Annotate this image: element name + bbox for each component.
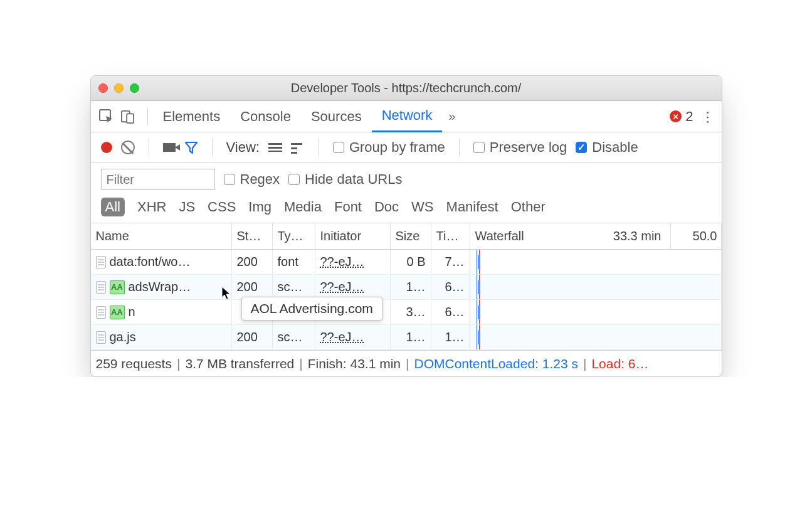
cell-name[interactable]: data:font/wo… <box>91 250 232 274</box>
request-name: n <box>129 305 135 319</box>
header-waterfall-tick-2: 50.0 <box>671 223 722 249</box>
close-window-button[interactable] <box>98 83 108 93</box>
cell-time: 6… <box>431 300 470 324</box>
cell-type: sc… <box>273 325 315 349</box>
tab-console[interactable]: Console <box>230 101 301 132</box>
table-row[interactable]: ga.js200sc…??-eJ…1…1… <box>91 325 722 350</box>
table-body: data:font/wo…200font??-eJ…0 B7…AAadsWrap… <box>91 250 722 350</box>
tab-sources[interactable]: Sources <box>301 101 372 132</box>
header-initiator[interactable]: Initiator <box>315 223 391 249</box>
filter-type-xhr[interactable]: XHR <box>137 199 166 215</box>
disable-cache-option[interactable]: Disable <box>576 139 638 156</box>
header-time[interactable]: Ti… <box>431 223 470 249</box>
file-icon <box>96 256 106 268</box>
preserve-log-option[interactable]: Preserve log <box>473 139 567 156</box>
window-title: Developer Tools - https://techcrunch.com… <box>91 81 722 95</box>
svg-rect-2 <box>127 114 134 123</box>
request-name: data:font/wo… <box>110 255 191 269</box>
cell-name[interactable]: AAn <box>91 300 232 324</box>
regex-option[interactable]: Regex <box>224 171 280 188</box>
tab-network[interactable]: Network <box>372 101 443 132</box>
record-button[interactable] <box>101 142 112 153</box>
request-name: ga.js <box>110 330 136 344</box>
separator <box>212 139 213 156</box>
tracker-badge: AA <box>110 280 125 294</box>
cell-time: 1… <box>431 325 470 349</box>
cell-type: sc… <box>273 275 315 299</box>
separator: | <box>582 356 588 371</box>
capture-screenshots-icon[interactable] <box>163 143 176 152</box>
group-by-frame-label: Group by frame <box>349 139 445 156</box>
group-by-frame-option[interactable]: Group by frame <box>333 139 445 156</box>
table-row[interactable]: AAadsWrap…200sc…??-eJ…1…6… <box>91 275 722 300</box>
hide-data-urls-option[interactable]: Hide data URLs <box>288 171 402 188</box>
errors-indicator[interactable]: 2 <box>670 109 693 125</box>
network-toolbar: View: Group by frame Preserve log Disabl… <box>91 132 722 162</box>
header-size[interactable]: Size <box>391 223 431 249</box>
filter-toggle-icon[interactable] <box>184 141 198 154</box>
minimize-window-button[interactable] <box>114 83 124 93</box>
cell-size: 1… <box>391 275 431 299</box>
file-icon <box>96 306 106 319</box>
filter-type-doc[interactable]: Doc <box>374 199 399 215</box>
cell-size: 0 B <box>391 250 431 274</box>
status-transferred: 3.7 MB transferred <box>185 356 294 371</box>
separator: | <box>298 356 303 371</box>
cell-name[interactable]: ga.js <box>91 325 232 349</box>
cell-name[interactable]: AAadsWrap… <box>91 275 232 299</box>
filter-type-ws[interactable]: WS <box>411 199 433 215</box>
disable-cache-checkbox[interactable] <box>576 142 587 153</box>
cell-type: font <box>273 250 315 274</box>
table-row[interactable]: data:font/wo…200font??-eJ…0 B7… <box>91 250 722 275</box>
cell-initiator: ??-eJ… <box>315 325 391 349</box>
errors-count: 2 <box>685 109 693 125</box>
header-type[interactable]: Ty… <box>273 223 315 249</box>
zoom-window-button[interactable] <box>130 83 139 93</box>
preserve-log-label: Preserve log <box>490 139 567 156</box>
filter-input[interactable] <box>101 169 215 190</box>
header-waterfall[interactable]: Waterfall <box>470 223 577 249</box>
cell-waterfall <box>470 325 722 349</box>
cell-status: 200 <box>232 250 273 274</box>
hide-data-urls-label: Hide data URLs <box>305 171 402 188</box>
filter-type-font[interactable]: Font <box>334 199 362 215</box>
filter-type-all[interactable]: All <box>101 198 125 216</box>
disable-cache-label: Disable <box>592 139 638 156</box>
filter-type-css[interactable]: CSS <box>208 199 236 215</box>
group-by-frame-checkbox[interactable] <box>333 142 344 153</box>
table-header: Name St… Ty… Initiator Size Ti… Waterfal… <box>91 223 722 250</box>
cell-time: 7… <box>431 250 470 274</box>
view-label: View: <box>226 139 260 156</box>
cell-waterfall <box>470 275 722 299</box>
separator <box>459 139 460 156</box>
filter-type-media[interactable]: Media <box>284 199 322 215</box>
more-tabs-icon[interactable]: » <box>442 109 461 124</box>
preserve-log-checkbox[interactable] <box>473 142 485 153</box>
header-status[interactable]: St… <box>232 223 273 249</box>
device-toolbar-icon[interactable] <box>121 109 135 125</box>
devtools-window: Developer Tools - https://techcrunch.com… <box>90 75 722 377</box>
hide-data-urls-checkbox[interactable] <box>288 174 300 185</box>
cell-size: 3… <box>391 300 431 324</box>
settings-menu-icon[interactable]: ⋯ <box>699 110 715 123</box>
cell-status: 200 <box>232 325 273 349</box>
regex-checkbox[interactable] <box>224 174 235 185</box>
tab-elements[interactable]: Elements <box>153 101 231 132</box>
file-icon <box>96 331 106 344</box>
filter-type-img[interactable]: Img <box>248 199 272 215</box>
header-name[interactable]: Name <box>91 223 232 249</box>
inspect-element-icon[interactable] <box>98 109 115 125</box>
separator: | <box>176 356 181 371</box>
filter-type-other[interactable]: Other <box>511 199 546 215</box>
filter-type-js[interactable]: JS <box>179 199 195 215</box>
traffic-lights <box>98 83 139 93</box>
panel-tabs: Elements Console Sources Network » 2 ⋯ <box>91 101 722 132</box>
tracker-badge: AA <box>110 305 125 319</box>
filter-type-manifest[interactable]: Manifest <box>446 199 498 215</box>
resource-type-filters: All XHR JS CSS Img Media Font Doc WS Man… <box>91 195 722 223</box>
regex-label: Regex <box>240 171 280 188</box>
table-row[interactable]: AAn??-eJ…3…6… <box>91 300 722 325</box>
view-large-icon[interactable] <box>268 143 282 152</box>
clear-button[interactable] <box>121 141 135 154</box>
view-small-icon[interactable] <box>291 143 305 152</box>
